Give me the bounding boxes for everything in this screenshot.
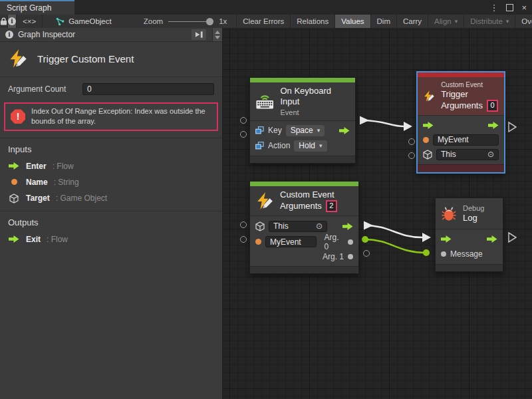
scroll-up-icon[interactable]: [215, 31, 220, 34]
event-name-field[interactable]: MyEvent: [433, 134, 499, 146]
wire-start-arrow: [364, 221, 373, 230]
relations-button[interactable]: Relations: [291, 15, 335, 28]
lock-button[interactable]: [0, 15, 8, 28]
node-debug-log[interactable]: Debug Log Message: [435, 198, 503, 272]
zoom-slider-handle[interactable]: [206, 18, 213, 25]
object-picker-icon[interactable]: ⊙: [487, 150, 494, 158]
message-row: Message: [436, 246, 503, 262]
graph-inspector-title: Graph Inspector: [18, 30, 75, 39]
event-colorbar: [250, 182, 358, 186]
scroll-down-icon[interactable]: [215, 36, 220, 39]
gameobject-reference[interactable]: GameObject: [43, 15, 124, 28]
error-message-box: ! Index Out Of Range Exception: Index wa…: [4, 102, 218, 131]
zoom-slider[interactable]: [168, 21, 213, 22]
flow-out-port[interactable]: [487, 235, 497, 243]
wire-start-arrow: [360, 116, 369, 125]
dim-button[interactable]: Dim: [371, 15, 397, 28]
trigger-name-input-port[interactable]: [408, 138, 415, 145]
event-colorbar: [250, 78, 355, 82]
flow-out-port[interactable]: [342, 223, 353, 230]
zoom-label: Zoom: [144, 17, 163, 25]
dock-panel-button[interactable]: [192, 29, 206, 40]
arg1-output-port[interactable]: [363, 250, 370, 257]
enum-port-icon: [255, 126, 264, 134]
node-footer: [418, 164, 504, 172]
node-title-line1: Trigger: [441, 89, 498, 100]
maximize-icon[interactable]: [506, 4, 513, 11]
argument-count-row: Argument Count 0: [0, 77, 222, 101]
arg0-port[interactable]: [348, 239, 353, 245]
carry-button[interactable]: Carry: [397, 15, 428, 28]
node-body: Key Space ▾ Action Hold ▾: [250, 121, 355, 156]
action-dropdown[interactable]: Hold ▾: [294, 140, 327, 152]
input-row-target: Target : Game Object: [0, 190, 222, 207]
trigger-target-input-port[interactable]: [408, 152, 415, 159]
flow-in-port[interactable]: [441, 235, 452, 243]
string-port-icon[interactable]: [423, 137, 429, 143]
node-header: Debug Log: [436, 198, 503, 229]
dock-icon: [195, 31, 203, 39]
key-input-port[interactable]: [240, 117, 247, 124]
panel-scroll-spinner[interactable]: [212, 28, 222, 41]
graph-toolbar: i <×> GameObject Zoom 1x Clear Errors Re…: [0, 15, 532, 29]
graph-inspector-panel: i Graph Inspector Trigger Custom Event A…: [0, 28, 223, 399]
flow-row: [418, 118, 504, 132]
node-body: MyEvent This ⊙: [418, 116, 504, 164]
flow-row: [436, 231, 503, 246]
gameobject-cube-icon[interactable]: [423, 150, 432, 160]
more-icon[interactable]: ⋮: [489, 3, 498, 12]
error-message-text: Index Out Of Range Exception: Index was …: [31, 106, 211, 127]
node-on-keyboard-input[interactable]: On Keyboard Input Event Key Space ▾: [249, 77, 356, 164]
event-name-field[interactable]: MyEvent: [265, 236, 317, 247]
node-footer: [250, 156, 355, 163]
arguments-label: Arguments: [441, 100, 483, 111]
button-label: Relations: [297, 17, 329, 25]
button-label: Overview: [521, 17, 532, 25]
values-button[interactable]: Values: [335, 15, 370, 28]
flow-in-port[interactable]: [423, 122, 434, 129]
flow-out-port[interactable]: [339, 127, 350, 134]
align-button[interactable]: Align▾: [428, 15, 464, 28]
wire-end-arrow: [422, 233, 431, 242]
arguments-target-input-port[interactable]: [240, 221, 247, 228]
target-value: This: [273, 221, 289, 231]
event-name-value: MyEvent: [438, 135, 469, 144]
arguments-name-input-port[interactable]: [240, 236, 247, 243]
custom-event-icon: [255, 192, 274, 210]
key-dropdown[interactable]: Space ▾: [286, 125, 325, 136]
target-row: This ⊙: [250, 218, 358, 234]
node-title: On Keyboard Input: [280, 86, 349, 108]
node-footer: [436, 264, 503, 271]
flow-arrow-icon: [9, 235, 19, 243]
argument-count-badge[interactable]: 0: [487, 100, 498, 112]
clear-errors-button[interactable]: Clear Errors: [236, 15, 291, 28]
message-label: Message: [450, 249, 483, 259]
node-custom-event-arguments[interactable]: Custom Event Arguments 2 This ⊙: [249, 181, 359, 274]
arg1-port[interactable]: [348, 254, 353, 259]
gameobject-cube-icon[interactable]: [255, 221, 265, 231]
port-type: : Flow: [53, 162, 74, 171]
string-port-icon[interactable]: [255, 239, 261, 245]
button-label: Values: [341, 17, 364, 25]
object-picker-icon[interactable]: ⊙: [316, 222, 323, 230]
argument-count-badge[interactable]: 2: [326, 200, 337, 212]
tab-bar: Script Graph ⋮ ×: [0, 0, 532, 15]
distribute-button[interactable]: Distribute▾: [464, 15, 515, 28]
overview-button[interactable]: Overview: [515, 15, 532, 28]
node-trigger-custom-event[interactable]: Custom Event Trigger Arguments 0: [417, 72, 505, 173]
target-field[interactable]: This ⊙: [436, 149, 499, 160]
argument-count-field[interactable]: 0: [82, 83, 214, 95]
value-wire: [365, 239, 425, 253]
info-icon: i: [8, 17, 16, 25]
target-field[interactable]: This ⊙: [269, 221, 327, 232]
graph-canvas[interactable]: On Keyboard Input Event Key Space ▾: [223, 28, 532, 399]
message-port[interactable]: [441, 251, 446, 257]
action-input-port[interactable]: [240, 131, 247, 138]
flow-out-port[interactable]: [488, 122, 499, 129]
tab-script-graph[interactable]: Script Graph: [0, 0, 74, 15]
inspector-toggle-button[interactable]: i: [8, 15, 17, 28]
flow-wire: [365, 225, 422, 237]
close-icon[interactable]: ×: [521, 3, 527, 12]
code-view-button[interactable]: <×>: [17, 15, 43, 28]
port-type: : Game Object: [56, 194, 107, 203]
